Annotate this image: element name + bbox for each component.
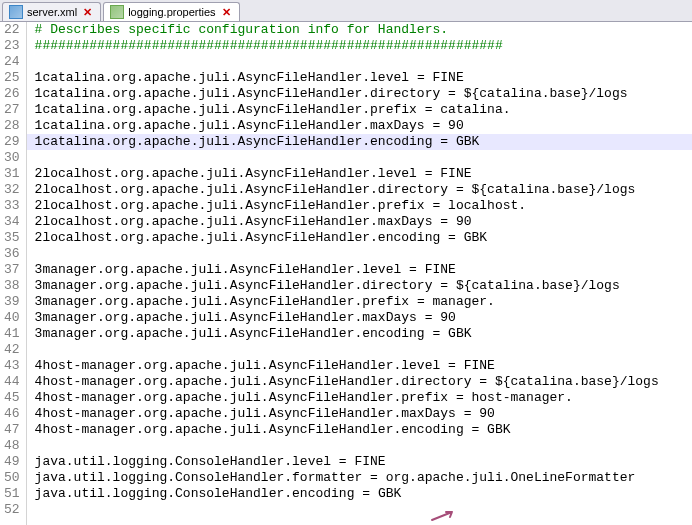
code-line[interactable]: 4host-manager.org.apache.juli.AsyncFileH…: [27, 406, 692, 422]
property-key: 3manager.org.apache.juli.AsyncFileHandle…: [35, 278, 433, 293]
property-key: 3manager.org.apache.juli.AsyncFileHandle…: [35, 294, 409, 309]
line-number: 22: [4, 22, 20, 38]
separator: =: [417, 166, 440, 181]
line-number: 31: [4, 166, 20, 182]
property-key: java.util.logging.ConsoleHandler.level: [35, 454, 331, 469]
tab-label: server.xml: [27, 6, 77, 18]
property-key: java.util.logging.ConsoleHandler.formatt…: [35, 470, 363, 485]
property-key: 4host-manager.org.apache.juli.AsyncFileH…: [35, 374, 472, 389]
line-number: 37: [4, 262, 20, 278]
code-line[interactable]: 2localhost.org.apache.juli.AsyncFileHand…: [27, 214, 692, 230]
code-line[interactable]: 1catalina.org.apache.juli.AsyncFileHandl…: [27, 70, 692, 86]
code-line[interactable]: 1catalina.org.apache.juli.AsyncFileHandl…: [27, 118, 692, 134]
property-value: GBK: [456, 134, 479, 149]
code-line[interactable]: 2localhost.org.apache.juli.AsyncFileHand…: [27, 230, 692, 246]
tab-server-xml[interactable]: server.xml✕: [2, 2, 101, 21]
line-number: 29: [4, 134, 20, 150]
property-value: FINE: [440, 166, 471, 181]
tab-label: logging.properties: [128, 6, 215, 18]
separator: =: [409, 70, 432, 85]
tab-logging-properties[interactable]: logging.properties✕: [103, 2, 239, 21]
line-number: 47: [4, 422, 20, 438]
line-number: 33: [4, 198, 20, 214]
line-number: 48: [4, 438, 20, 454]
property-value: ${catalina.base}/logs: [471, 182, 635, 197]
code-line[interactable]: 2localhost.org.apache.juli.AsyncFileHand…: [27, 182, 692, 198]
separator: =: [354, 486, 377, 501]
line-number: 35: [4, 230, 20, 246]
code-editor[interactable]: 2223242526272829303132333435363738394041…: [0, 22, 692, 525]
line-number: 28: [4, 118, 20, 134]
code-line[interactable]: ########################################…: [27, 38, 692, 54]
separator: =: [448, 390, 471, 405]
code-line[interactable]: 4host-manager.org.apache.juli.AsyncFileH…: [27, 358, 692, 374]
property-key: 4host-manager.org.apache.juli.AsyncFileH…: [35, 358, 441, 373]
separator: =: [440, 358, 463, 373]
code-line[interactable]: [27, 502, 692, 518]
xml-file-icon: [9, 5, 23, 19]
code-line[interactable]: 1catalina.org.apache.juli.AsyncFileHandl…: [27, 86, 692, 102]
code-line[interactable]: [27, 54, 692, 70]
property-key: 4host-manager.org.apache.juli.AsyncFileH…: [35, 406, 456, 421]
close-icon[interactable]: ✕: [81, 6, 94, 19]
property-value: 90: [448, 118, 464, 133]
property-value: FINE: [432, 70, 463, 85]
code-line[interactable]: 3manager.org.apache.juli.AsyncFileHandle…: [27, 310, 692, 326]
property-value: GBK: [378, 486, 401, 501]
comment-text: # Describes specific configuration info …: [35, 22, 448, 37]
code-line[interactable]: 3manager.org.apache.juli.AsyncFileHandle…: [27, 294, 692, 310]
code-line[interactable]: 1catalina.org.apache.juli.AsyncFileHandl…: [27, 102, 692, 118]
code-line[interactable]: java.util.logging.ConsoleHandler.formatt…: [27, 470, 692, 486]
line-number: 50: [4, 470, 20, 486]
close-icon[interactable]: ✕: [220, 6, 233, 19]
code-line[interactable]: 2localhost.org.apache.juli.AsyncFileHand…: [27, 198, 692, 214]
property-value: GBK: [487, 422, 510, 437]
line-number: 26: [4, 86, 20, 102]
line-number: 45: [4, 390, 20, 406]
property-value: manager.: [432, 294, 494, 309]
property-value: 90: [456, 214, 472, 229]
code-line[interactable]: 4host-manager.org.apache.juli.AsyncFileH…: [27, 390, 692, 406]
property-value: ${catalina.base}/logs: [456, 278, 620, 293]
code-line[interactable]: 3manager.org.apache.juli.AsyncFileHandle…: [27, 278, 692, 294]
code-line[interactable]: 4host-manager.org.apache.juli.AsyncFileH…: [27, 374, 692, 390]
line-number: 44: [4, 374, 20, 390]
line-number: 39: [4, 294, 20, 310]
code-line[interactable]: 3manager.org.apache.juli.AsyncFileHandle…: [27, 262, 692, 278]
code-line[interactable]: [27, 150, 692, 166]
line-number-gutter: 2223242526272829303132333435363738394041…: [0, 22, 27, 525]
code-line[interactable]: [27, 342, 692, 358]
property-value: 90: [479, 406, 495, 421]
line-number: 40: [4, 310, 20, 326]
code-line[interactable]: 4host-manager.org.apache.juli.AsyncFileH…: [27, 422, 692, 438]
code-line[interactable]: java.util.logging.ConsoleHandler.level =…: [27, 454, 692, 470]
separator: =: [362, 470, 385, 485]
comment-text: ########################################…: [35, 38, 503, 53]
code-line[interactable]: 2localhost.org.apache.juli.AsyncFileHand…: [27, 166, 692, 182]
line-number: 25: [4, 70, 20, 86]
line-number: 36: [4, 246, 20, 262]
property-value: 90: [440, 310, 456, 325]
line-number: 30: [4, 150, 20, 166]
property-key: 2localhost.org.apache.juli.AsyncFileHand…: [35, 198, 425, 213]
separator: =: [440, 86, 463, 101]
property-key: 3manager.org.apache.juli.AsyncFileHandle…: [35, 310, 417, 325]
code-line[interactable]: java.util.logging.ConsoleHandler.encodin…: [27, 486, 692, 502]
separator: =: [331, 454, 354, 469]
code-line[interactable]: 3manager.org.apache.juli.AsyncFileHandle…: [27, 326, 692, 342]
separator: =: [432, 134, 455, 149]
code-line[interactable]: 1catalina.org.apache.juli.AsyncFileHandl…: [27, 134, 692, 150]
property-key: 2localhost.org.apache.juli.AsyncFileHand…: [35, 166, 417, 181]
code-line[interactable]: [27, 246, 692, 262]
property-value: localhost.: [448, 198, 526, 213]
code-line[interactable]: [27, 438, 692, 454]
code-area[interactable]: # Describes specific configuration info …: [27, 22, 692, 525]
property-value: org.apache.juli.OneLineFormatter: [386, 470, 636, 485]
separator: =: [409, 294, 432, 309]
code-line[interactable]: # Describes specific configuration info …: [27, 22, 692, 38]
line-number: 32: [4, 182, 20, 198]
separator: =: [432, 278, 455, 293]
separator: =: [425, 118, 448, 133]
property-key: 2localhost.org.apache.juli.AsyncFileHand…: [35, 230, 441, 245]
property-value: FINE: [464, 358, 495, 373]
